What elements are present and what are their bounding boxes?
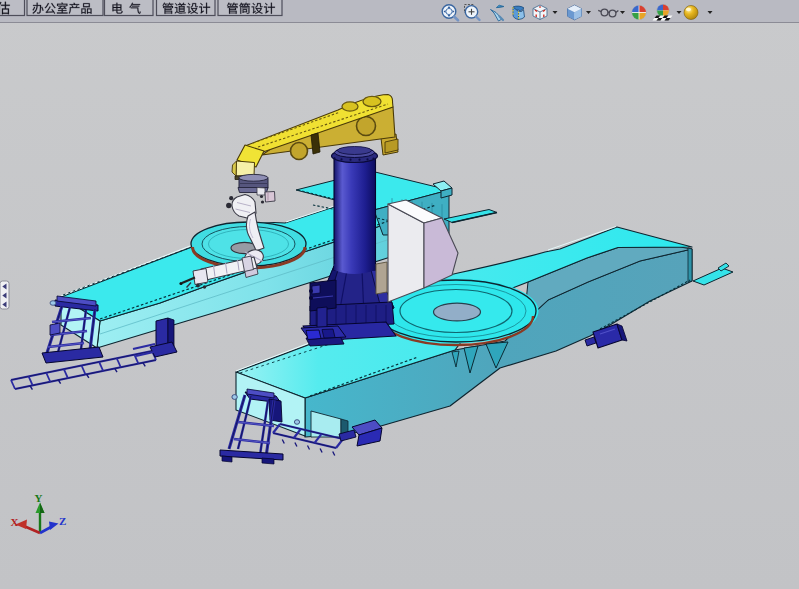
svg-text:Y: Y (35, 492, 43, 504)
svg-text:Z: Z (59, 515, 66, 527)
svg-text:X: X (11, 516, 19, 528)
